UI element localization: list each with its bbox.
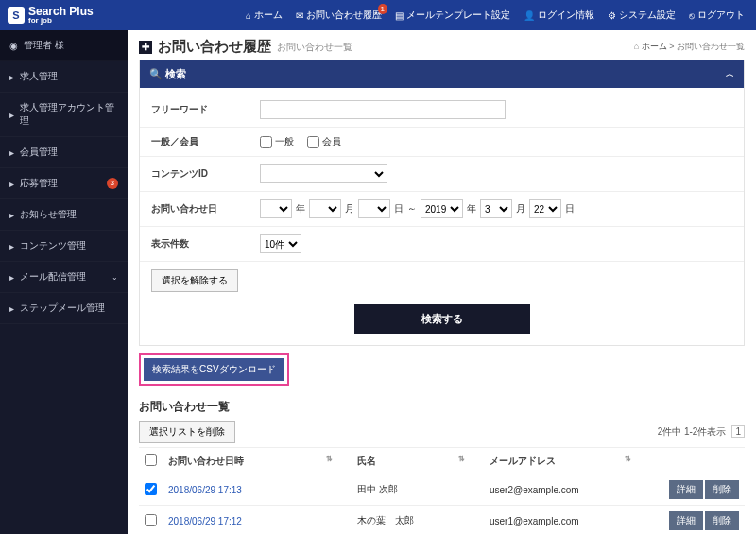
col-datetime[interactable]: お問い合わせ日時 xyxy=(168,456,244,466)
menu-icon: ▸ xyxy=(9,110,14,120)
row-datetime[interactable]: 2018/06/29 17:12 xyxy=(163,506,352,535)
topnav: ⌂ホーム✉お問い合わせ履歴1▤メールテンプレート設定👤ログイン情報⚙システム設定… xyxy=(242,5,748,26)
contents-id-select[interactable] xyxy=(260,164,387,183)
row-checkbox[interactable] xyxy=(145,514,157,526)
list-title: お問い合わせ一覧 xyxy=(139,399,745,415)
sidebar: ◉ 管理者 様 ▸求人管理▸求人管理アカウント管理▸会員管理▸応募管理3▸お知ら… xyxy=(0,30,128,534)
sidebar-item-label: メール配信管理 xyxy=(20,270,86,284)
select-all-checkbox[interactable] xyxy=(145,454,157,466)
col-email[interactable]: メールアドレス xyxy=(490,456,556,466)
date-to-day[interactable]: 22 xyxy=(529,199,561,218)
date-to-year[interactable]: 2019 xyxy=(421,199,463,218)
sidebar-item-label: お知らせ管理 xyxy=(20,208,77,221)
sidebar-item[interactable]: ▸求人管理 xyxy=(0,61,128,93)
menu-icon: ▸ xyxy=(9,303,14,314)
sidebar-item[interactable]: ▸ステップメール管理 xyxy=(0,293,128,324)
type-general-checkbox[interactable] xyxy=(260,136,272,148)
row-email: user1@example.com xyxy=(484,506,650,535)
search-panel: 🔍 検索 ︿ フリーワード 一般／会員 一般 会員 xyxy=(139,60,745,346)
sidebar-item[interactable]: ▸会員管理 xyxy=(0,137,128,168)
unit-year: 年 xyxy=(296,202,305,215)
topnav-gear[interactable]: ⚙システム設定 xyxy=(604,5,679,26)
sort-icon[interactable]: ⇅ xyxy=(625,455,631,463)
breadcrumb-current: お問い合わせ一覧 xyxy=(677,42,745,51)
clear-button[interactable]: 選択を解除する xyxy=(151,269,238,292)
sidebar-header[interactable]: ◉ 管理者 様 xyxy=(0,30,128,61)
sort-icon[interactable]: ⇅ xyxy=(458,455,465,463)
sidebar-badge: 3 xyxy=(107,178,118,189)
col-name[interactable]: 氏名 xyxy=(357,456,376,466)
mail-icon: ✉ xyxy=(296,10,303,21)
page-number[interactable]: 1 xyxy=(731,425,745,438)
search-panel-title: 検索 xyxy=(165,67,186,81)
date-to-month[interactable]: 3 xyxy=(480,199,512,218)
delete-selected-top-button[interactable]: 選択リストを削除 xyxy=(139,421,235,443)
freeword-label: フリーワード xyxy=(151,103,260,116)
user-icon: 👤 xyxy=(524,10,535,21)
sidebar-item[interactable]: ▸メール配信管理⌄ xyxy=(0,262,128,293)
topnav-home[interactable]: ⌂ホーム xyxy=(242,5,286,26)
chevron-up-icon: ︿ xyxy=(726,68,734,80)
topnav-user[interactable]: 👤ログイン情報 xyxy=(520,5,598,26)
freeword-input[interactable] xyxy=(260,100,506,119)
chevron-down-icon: ⌄ xyxy=(112,273,118,282)
page-title: お問い合わせ履歴 xyxy=(158,38,271,56)
logo[interactable]: S Search Plus for job xyxy=(8,6,94,25)
date-from-day[interactable] xyxy=(358,199,390,218)
row-email: user2@example.com xyxy=(484,474,650,506)
type-label: 一般／会員 xyxy=(151,135,260,148)
date-from-year[interactable] xyxy=(260,199,292,218)
search-panel-header[interactable]: 🔍 検索 ︿ xyxy=(140,60,744,88)
csv-download-button[interactable]: 検索結果をCSVダウンロード xyxy=(144,358,284,381)
delete-button[interactable]: 削除 xyxy=(705,511,739,530)
home-icon: ⌂ xyxy=(634,42,639,51)
topnav-logout[interactable]: ⎋ログアウト xyxy=(685,5,748,26)
detail-button[interactable]: 詳細 xyxy=(669,511,703,530)
unit-day: 日 xyxy=(394,202,404,215)
logout-icon: ⎋ xyxy=(689,10,695,21)
sidebar-item[interactable]: ▸コンテンツ管理 xyxy=(0,231,128,262)
topnav-template[interactable]: ▤メールテンプレート設定 xyxy=(391,5,514,26)
count-label: 表示件数 xyxy=(151,237,260,250)
breadcrumb-home[interactable]: ホーム xyxy=(642,42,667,51)
menu-icon: ▸ xyxy=(9,147,14,158)
row-datetime[interactable]: 2018/06/29 17:13 xyxy=(163,474,352,506)
type-member-checkbox[interactable] xyxy=(307,136,319,148)
menu-icon: ▸ xyxy=(9,272,14,283)
pager-top: 2件中 1-2件表示1 xyxy=(658,425,745,439)
row-checkbox[interactable] xyxy=(145,483,157,495)
sidebar-item-label: 求人管理アカウント管理 xyxy=(20,101,118,128)
search-icon: 🔍 xyxy=(149,68,163,80)
row-name: 木の葉 太郎 xyxy=(352,506,484,535)
sidebar-item-label: コンテンツ管理 xyxy=(20,239,86,252)
unit-month: 月 xyxy=(345,202,354,215)
sidebar-item-label: 応募管理 xyxy=(20,177,58,190)
sidebar-item[interactable]: ▸お知らせ管理 xyxy=(0,199,128,231)
menu-icon: ▸ xyxy=(9,72,14,82)
search-button[interactable]: 検索する xyxy=(354,304,530,334)
sidebar-item[interactable]: ▸応募管理3 xyxy=(0,168,128,199)
csv-highlight: 検索結果をCSVダウンロード xyxy=(139,353,289,386)
topnav-label: お問い合わせ履歴 xyxy=(306,9,382,22)
topnav-mail[interactable]: ✉お問い合わせ履歴1 xyxy=(292,5,386,26)
topnav-label: メールテンプレート設定 xyxy=(406,9,510,22)
date-from-month[interactable] xyxy=(309,199,341,218)
menu-icon: ▸ xyxy=(9,241,14,251)
detail-button[interactable]: 詳細 xyxy=(669,480,703,499)
sidebar-item-label: ステップメール管理 xyxy=(20,301,105,315)
notification-badge: 1 xyxy=(378,4,387,14)
topnav-label: ホーム xyxy=(254,9,283,22)
topnav-label: システム設定 xyxy=(619,9,676,22)
breadcrumb: ⌂ ホーム > お問い合わせ一覧 xyxy=(634,41,745,53)
topbar: S Search Plus for job ⌂ホーム✉お問い合わせ履歴1▤メール… xyxy=(0,0,756,30)
count-select[interactable]: 10件 xyxy=(260,234,301,253)
home-icon: ⌂ xyxy=(246,10,251,21)
row-name: 田中 次郎 xyxy=(352,474,484,506)
sidebar-item[interactable]: ▸求人管理アカウント管理 xyxy=(0,93,128,137)
logo-mark: S xyxy=(8,7,25,24)
sidebar-item-label: 会員管理 xyxy=(20,146,58,159)
topnav-label: ログアウト xyxy=(697,9,745,22)
sort-icon[interactable]: ⇅ xyxy=(326,455,333,463)
unit-month-2: 月 xyxy=(516,202,525,215)
delete-button[interactable]: 削除 xyxy=(705,480,739,499)
